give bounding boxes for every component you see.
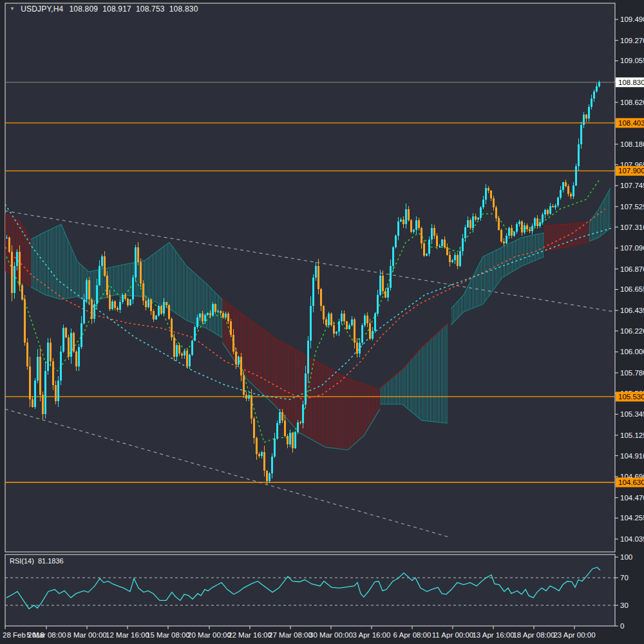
ohlc-low: 108.753	[136, 5, 165, 14]
rsi-tick-label: 0	[620, 622, 624, 630]
chart-canvas[interactable]: 109.490109.270109.055108.840108.620108.1…	[0, 0, 644, 644]
trading-chart-window: 109.490109.270109.055108.840108.620108.1…	[0, 0, 644, 644]
time-axis[interactable]: 28 Feb 20185 Mar 08:008 Mar 00:0012 Mar …	[3, 626, 596, 639]
level-price-badge-text: 105.530	[618, 393, 644, 401]
price-tick-label: 107.745	[620, 182, 644, 189]
current-price-badge-text: 108.830	[618, 79, 644, 86]
price-tick-label: 105.780	[620, 369, 644, 377]
rsi-tick-label: 30	[620, 601, 629, 609]
rsi-value: 81.1836	[38, 557, 64, 565]
time-tick-label: 15 Mar 08:00	[146, 631, 190, 639]
ohlc-high: 108.917	[102, 5, 131, 14]
price-tick-label: 104.470	[620, 494, 644, 502]
collapse-triangle-icon: ▼	[10, 6, 15, 12]
price-tick-label: 107.310	[620, 223, 644, 231]
price-tick-label: 106.655	[620, 285, 644, 293]
price-tick-label: 108.180	[620, 140, 644, 148]
chart-title: ▼ USDJPY,H4 108.809 108.917 108.753 108.…	[10, 5, 198, 14]
price-tick-label: 104.255	[620, 514, 644, 522]
price-tick-label: 107.090	[620, 244, 644, 252]
time-tick-label: 30 Mar 00:00	[309, 631, 353, 639]
symbol-period-label: USDJPY,H4	[21, 5, 63, 14]
rsi-pane[interactable]	[5, 554, 615, 626]
ohlc-close: 108.830	[169, 5, 198, 14]
price-tick-label: 106.220	[620, 327, 644, 335]
time-tick-label: 3 Apr 16:00	[353, 631, 391, 639]
price-tick-label: 109.055	[620, 57, 644, 64]
price-tick-label: 106.435	[620, 307, 644, 314]
price-tick-label: 104.910	[620, 452, 644, 460]
price-tick-label: 106.000	[620, 348, 644, 355]
rsi-name: RSI(14)	[10, 557, 34, 565]
time-tick-label: 6 Apr 08:00	[393, 631, 431, 639]
level-price-badge-text: 107.900	[618, 167, 644, 175]
ohlc-open: 108.809	[69, 5, 98, 14]
time-tick-label: 13 Apr 16:00	[472, 631, 514, 639]
price-tick-label: 108.620	[620, 99, 644, 106]
time-tick-label: 11 Apr 00:00	[432, 631, 473, 639]
price-tick-label: 104.035	[620, 535, 644, 543]
level-price-badge-text: 108.403	[618, 119, 644, 127]
time-tick-label: 27 Mar 08:00	[269, 631, 312, 639]
time-tick-label: 8 Mar 00:00	[67, 631, 106, 639]
price-tick-label: 105.125	[620, 431, 644, 439]
price-tick-label: 105.345	[620, 410, 644, 418]
price-tick-label: 109.270	[620, 37, 644, 44]
time-tick-label: 20 Mar 00:00	[187, 631, 231, 639]
rsi-indicator-label: RSI(14) 81.1836	[10, 557, 64, 565]
price-axis[interactable]: 109.490109.270109.055108.840108.620108.1…	[615, 15, 644, 543]
time-tick-label: 12 Mar 16:00	[106, 631, 149, 639]
time-tick-label: 22 Mar 16:00	[228, 631, 272, 639]
rsi-tick-label: 70	[620, 574, 629, 582]
time-tick-label: 23 Apr 00:00	[553, 631, 595, 639]
price-tick-label: 109.490	[620, 15, 644, 23]
level-price-badge-text: 104.630	[618, 478, 644, 486]
time-tick-label: 5 Mar 08:00	[26, 631, 66, 639]
time-tick-label: 18 Apr 08:00	[513, 631, 554, 639]
rsi-tick-label: 100	[620, 553, 632, 561]
price-tick-label: 106.870	[620, 265, 644, 273]
price-tick-label: 107.525	[620, 203, 644, 211]
